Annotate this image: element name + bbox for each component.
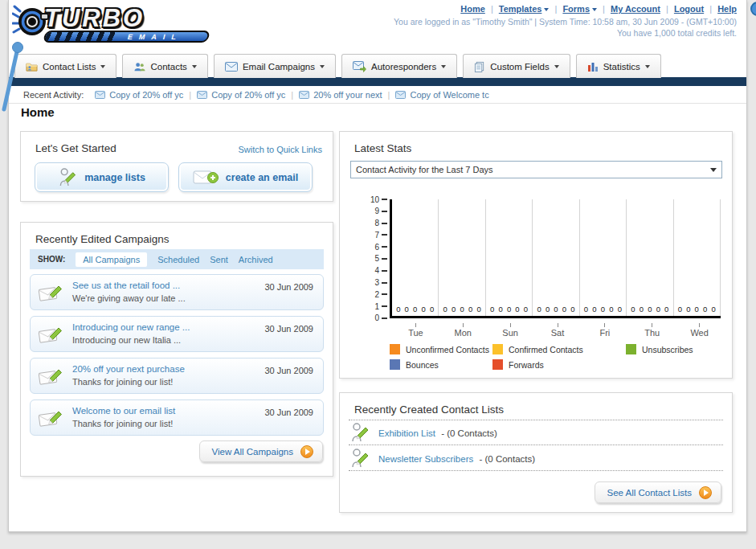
custom-fields-icon [474, 61, 485, 72]
chart-value-label: 0 [498, 305, 502, 313]
envelope-icon [299, 91, 309, 99]
tab-autoresponders[interactable]: Autoresponders [341, 54, 457, 78]
chart-day-group: 00000 [439, 199, 485, 316]
filter-scheduled[interactable]: Scheduled [157, 255, 199, 264]
contact-list-link[interactable]: Newsletter Subscribers [378, 454, 473, 464]
campaign-row[interactable]: Introducing our new range ... Introducin… [30, 316, 324, 352]
nav-link-templates[interactable]: Templates [499, 4, 542, 14]
latest-stats-heading: Latest Stats [354, 142, 411, 154]
recent-activity-item[interactable]: 20% off your next [299, 90, 382, 100]
recent-activity-item-label: Copy of 20% off yc [211, 90, 285, 100]
nav-link-forms[interactable]: Forms [562, 4, 590, 14]
chart-value-label: 0 [562, 305, 566, 313]
tab-contacts[interactable]: Contacts [122, 54, 207, 78]
chart-value-label: 0 [686, 305, 690, 313]
view-all-campaigns-button[interactable]: View All Campaigns [199, 440, 323, 462]
arrow-right-icon [300, 445, 313, 458]
tab-custom-fields[interactable]: Custom Fields [463, 54, 570, 78]
campaign-row[interactable]: Welcome to our email list Thanks for joi… [30, 399, 324, 436]
recent-activity-item[interactable]: Copy of 20% off yc [95, 90, 183, 100]
chart-value-label: 0 [592, 305, 596, 313]
chart-y-tick: 10 [345, 195, 387, 203]
autoresponders-icon [353, 61, 366, 72]
campaigns-filter-bar: SHOW: All Campaigns Scheduled Sent Archi… [30, 249, 324, 269]
nav-link-logout[interactable]: Logout [674, 4, 704, 14]
campaign-date: 30 Jun 2009 [264, 324, 313, 334]
tab-label: Contact Lists [43, 62, 96, 72]
person-pencil-icon [58, 167, 77, 187]
see-all-contact-lists-label: See All Contact Lists [607, 488, 692, 498]
filter-all-campaigns[interactable]: All Campaigns [76, 252, 147, 267]
legend-swatch [390, 344, 400, 354]
logo-subtitle: EMAIL [127, 33, 183, 41]
campaign-row[interactable]: 20% off your next purchase Thanks for jo… [30, 358, 324, 394]
chart-value-label: 0 [546, 305, 550, 313]
nav-link-home[interactable]: Home [460, 4, 485, 14]
nav-link-my-account[interactable]: My Account [611, 4, 660, 14]
nav-link-help[interactable]: Help [717, 4, 737, 14]
latest-stats-panel: Latest Stats Contact Activity for the La… [339, 131, 733, 379]
contacts-icon [133, 61, 145, 72]
legend-swatch [626, 344, 636, 354]
campaign-row[interactable]: See us at the retail food ... We're givi… [30, 274, 324, 310]
chart-y-tick: 0 [345, 314, 387, 322]
manage-lists-label: manage lists [84, 172, 145, 183]
chart-day-group: 00000 [533, 199, 579, 316]
chart-day-group: 00000 [580, 199, 627, 316]
chart-value-label: 0 [609, 305, 613, 313]
create-an-email-button[interactable]: create an email [178, 162, 313, 192]
campaign-date: 30 Jun 2009 [264, 408, 313, 417]
envelope-pencil-icon [38, 407, 63, 429]
contact-lists-heading: Recently Created Contact Lists [354, 404, 504, 416]
chevron-down-icon [592, 8, 597, 11]
person-pencil-icon [350, 448, 370, 469]
get-started-panel: Let's Get Started Switch to Quick Links … [20, 131, 333, 202]
stats-period-select[interactable]: Contact Activity for the Last 7 Days [350, 161, 722, 178]
tab-statistics[interactable]: Statistics [576, 54, 661, 78]
chart-value-label: 0 [460, 305, 464, 313]
campaign-date: 30 Jun 2009 [264, 282, 313, 292]
chart-value-label: 0 [443, 305, 447, 313]
contact-list-detail: - (0 Contacts) [441, 428, 497, 438]
dotted-divider [349, 470, 723, 471]
legend-item: Bounces [390, 357, 492, 372]
tab-email-campaigns[interactable]: Email Campaigns [214, 54, 336, 78]
chart-value-label: 0 [515, 305, 519, 313]
contact-list-row: Newsletter Subscribers - (0 Contacts) [378, 454, 535, 464]
credits-info: You have 1,000 total credits left. [394, 28, 737, 38]
campaign-title-link[interactable]: See us at the retail food ... [72, 281, 180, 290]
switch-to-quick-links[interactable]: Switch to Quick Links [238, 145, 322, 154]
filter-archived[interactable]: Archived [239, 255, 273, 264]
envelope-pencil-icon [38, 323, 63, 346]
manage-lists-button[interactable]: manage lists [35, 162, 169, 192]
campaign-title-link[interactable]: Welcome to our email list [72, 406, 175, 416]
contact-lists-panel: Recently Created Contact Lists Exhibitio… [339, 392, 733, 513]
chart-y-axis: 109876543210 [345, 195, 387, 322]
campaign-subtitle: Thanks for joining our list! [72, 377, 173, 387]
contact-list-link[interactable]: Exhibition List [378, 428, 435, 438]
chart-x-label: Wed [676, 323, 723, 338]
help-bubble-icon[interactable] [750, 2, 756, 16]
chart-value-label: 0 [601, 305, 605, 313]
chevron-down-icon [544, 8, 549, 11]
nav-separator: | [491, 4, 493, 14]
statistics-icon [587, 61, 599, 72]
recent-activity-item[interactable]: Copy of 20% off yc [197, 90, 285, 100]
envelope-plus-icon [193, 169, 219, 186]
chart-value-label: 0 [570, 305, 574, 313]
person-pencil-icon [350, 422, 370, 443]
chart-y-tick: 7 [345, 231, 387, 239]
login-info: You are logged in as "Timothy Smith" | S… [394, 17, 737, 27]
envelope-pencil-icon [38, 281, 63, 304]
main-container: TURBO EMAIL Home | Templates | Forms | M… [8, 0, 747, 532]
filter-sent[interactable]: Sent [210, 255, 228, 264]
header-right: Home | Templates | Forms | My Account | … [394, 4, 737, 38]
campaign-title-link[interactable]: Introducing our new range ... [72, 322, 190, 332]
recent-activity-item[interactable]: Copy of Welcome tc [395, 90, 488, 100]
chart-value-label: 0 [396, 305, 400, 313]
chart-plot-groups: 00000000000000000000000000000000000 [390, 199, 721, 318]
chart-value-label: 0 [507, 305, 511, 313]
chart-day-group: 00000 [627, 199, 673, 316]
campaign-title-link[interactable]: 20% off your next purchase [72, 364, 185, 374]
see-all-contact-lists-button[interactable]: See All Contact Lists [595, 481, 721, 503]
